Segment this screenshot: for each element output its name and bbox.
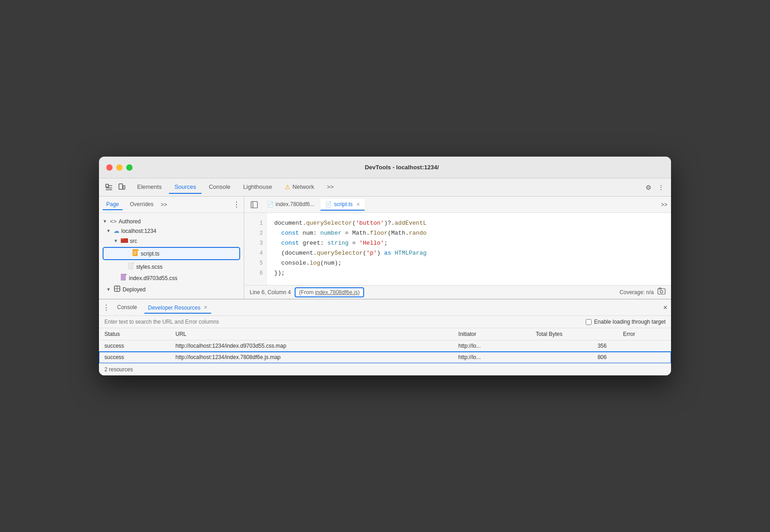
tab-elements[interactable]: Elements	[132, 181, 167, 194]
svg-rect-0	[106, 184, 109, 187]
developer-resources-panel: Enable loading through target Status URL…	[99, 316, 671, 375]
tab-sources[interactable]: Sources	[169, 181, 202, 194]
tab-console-bottom[interactable]: Console	[114, 302, 141, 313]
svg-marker-9	[138, 249, 139, 251]
toolbar-right: ⚙ ⋮	[644, 183, 666, 192]
left-panel: Page Overrides >> ⋮ ▼ <> Authored ▼ ☁ lo…	[99, 197, 244, 299]
col-url: URL	[170, 328, 453, 340]
cloud-icon: ☁	[114, 227, 119, 234]
line-numbers: 1 2 3 4 5 6	[244, 213, 267, 285]
tree-label-src: src	[130, 238, 137, 244]
cell-url-2: http://localhost:1234/index.7808df6e.js.…	[170, 352, 453, 363]
maximize-button[interactable]	[126, 164, 133, 171]
file-styles-icon	[128, 262, 134, 271]
cell-status-1: success	[99, 340, 170, 352]
close-dev-resources-icon[interactable]: ×	[204, 304, 207, 311]
status-right: Coverage: n/a	[620, 287, 666, 297]
enable-loading-label: Enable loading through target	[594, 319, 666, 325]
settings-icon[interactable]: ⚙	[644, 183, 653, 192]
svg-rect-20	[251, 202, 257, 208]
search-input[interactable]	[104, 319, 580, 325]
tree-label-index-css: index.d9703d55.css	[129, 275, 178, 281]
warning-icon: ⚠	[285, 183, 291, 191]
code-line-1: document.querySelector('button')?.addEve…	[274, 218, 664, 228]
device-icon[interactable]	[117, 183, 126, 192]
code-content[interactable]: document.querySelector('button')?.addEve…	[267, 213, 671, 285]
resources-table: Status URL Initiator Total Bytes Error s…	[99, 328, 671, 363]
tree-label-deployed: Deployed	[123, 286, 146, 293]
tab-network[interactable]: ⚠ Network	[279, 181, 320, 194]
close-button[interactable]	[106, 164, 113, 171]
tree-styles-scss[interactable]: styles.scss	[99, 261, 244, 272]
col-status: Status	[99, 328, 170, 340]
tree-label-styles-scss: styles.scss	[136, 264, 163, 270]
tab-lighthouse[interactable]: Lighthouse	[238, 181, 278, 194]
tree-localhost[interactable]: ▼ ☁ localhost:1234	[99, 226, 244, 236]
table-row[interactable]: success http://localhost:1234/index.d970…	[99, 340, 671, 352]
more-options-icon[interactable]: ⋮	[656, 183, 666, 192]
tab-overrides[interactable]: Overrides	[126, 199, 157, 210]
file-icon-index: 📄	[267, 201, 274, 207]
tab-console[interactable]: Console	[203, 181, 236, 194]
cell-initiator-1: http://lo...	[453, 340, 530, 352]
inspect-icon[interactable]	[104, 183, 114, 192]
tab-script-ts[interactable]: 📄 script.ts ×	[321, 199, 365, 211]
title-bar: DevTools - localhost:1234/	[99, 157, 671, 178]
tree-authored[interactable]: ▼ <> Authored	[99, 217, 244, 226]
bottom-menu-icon[interactable]: ⋮	[103, 303, 110, 312]
close-bottom-panel-icon[interactable]: ×	[663, 304, 667, 312]
editor-more-tabs[interactable]: >>	[661, 202, 667, 208]
cell-url-1: http://localhost:1234/index.d9703d55.css…	[170, 340, 453, 352]
close-tab-icon[interactable]: ×	[356, 201, 360, 208]
resources-footer: 2 resources	[99, 363, 671, 375]
cell-initiator-2: http://lo...	[453, 352, 530, 363]
panel-toolbar: Page Overrides >> ⋮	[99, 197, 244, 213]
right-panel: 📄 index.7808df6... 📄 script.ts × >> 1 2 …	[244, 197, 671, 299]
minimize-button[interactable]	[116, 164, 123, 171]
editor-sidebar-toggle[interactable]	[248, 199, 261, 210]
main-area: Page Overrides >> ⋮ ▼ <> Authored ▼ ☁ lo…	[99, 197, 671, 299]
tab-developer-resources[interactable]: Developer Resources ×	[144, 302, 211, 314]
tab-index-js[interactable]: 📄 index.7808df6...	[262, 199, 319, 210]
cell-bytes-2: 806	[530, 352, 617, 363]
bottom-toolbar: ⋮ Console Developer Resources × ×	[99, 300, 671, 316]
tree-script-ts[interactable]: script.ts	[103, 247, 240, 260]
screenshot-icon[interactable]	[657, 287, 666, 297]
svg-point-24	[660, 291, 663, 293]
devtools-window: DevTools - localhost:1234/ Elements Sour…	[99, 157, 671, 375]
tab-more[interactable]: >>	[321, 181, 339, 194]
code-line-2: const num: number = Math.floor(Math.rand…	[274, 228, 664, 238]
panel-more[interactable]: >>	[161, 202, 167, 208]
tree-label-localhost: localhost:1234	[121, 228, 156, 234]
code-line-3: const greet: string = 'Hello';	[274, 238, 664, 248]
tree-index-css[interactable]: index.d9703d55.css	[99, 272, 244, 284]
tree-src[interactable]: ▼ src	[99, 236, 244, 246]
tree-arrow-src: ▼	[114, 238, 119, 243]
enable-loading-checkbox[interactable]	[586, 319, 592, 325]
code-line-4: (document.querySelector('p') as HTMLPara…	[274, 248, 664, 258]
svg-rect-4	[119, 184, 123, 189]
svg-marker-16	[126, 274, 127, 275]
devtools-toolbar: Elements Sources Console Lighthouse ⚠ Ne…	[99, 178, 671, 197]
source-map-link[interactable]: index.7808df6e.js	[315, 289, 358, 296]
panel-menu-button[interactable]: ⋮	[233, 200, 240, 209]
cell-status-2: success	[99, 352, 170, 363]
cell-error-2	[617, 352, 671, 363]
code-line-5: console.log(num);	[274, 258, 664, 268]
table-row[interactable]: success http://localhost:1234/index.7808…	[99, 352, 671, 363]
source-map-info: (From index.7808df6e.js)	[295, 287, 364, 297]
tab-page[interactable]: Page	[103, 199, 123, 210]
file-index-css-icon	[121, 274, 127, 282]
svg-rect-22	[658, 289, 665, 294]
tree-label-authored: Authored	[118, 218, 141, 225]
folder-src-icon	[121, 237, 128, 245]
svg-rect-7	[121, 238, 124, 240]
window-title: DevTools - localhost:1234/	[140, 164, 664, 171]
col-error: Error	[617, 328, 671, 340]
file-tree: ▼ <> Authored ▼ ☁ localhost:1234 ▼	[99, 213, 244, 299]
resources-table-container: Status URL Initiator Total Bytes Error s…	[99, 328, 671, 363]
tree-deployed[interactable]: ▼ Deployed	[99, 284, 244, 295]
status-bar: Line 6, Column 4 (From index.7808df6e.js…	[244, 285, 671, 299]
col-initiator: Initiator	[453, 328, 530, 340]
svg-marker-14	[133, 262, 134, 264]
